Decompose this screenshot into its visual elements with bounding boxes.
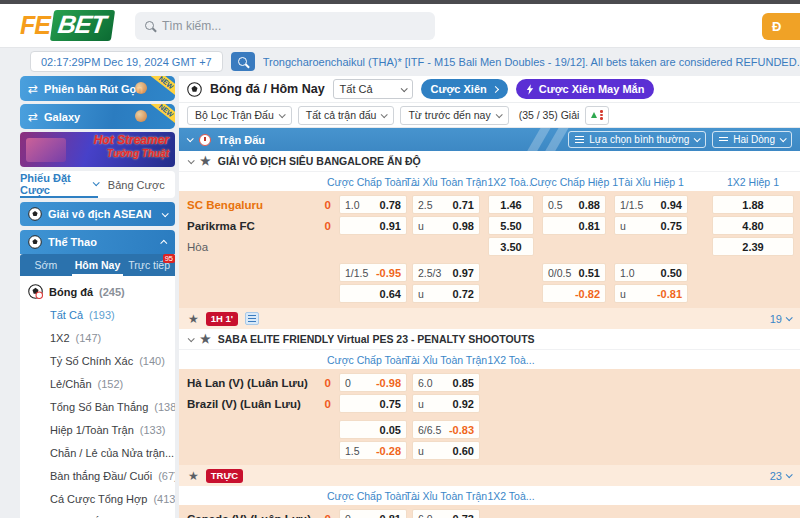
odds-cell[interactable]: u0.75: [614, 216, 688, 235]
search-input[interactable]: Tìm kiếm...: [135, 12, 435, 40]
odds-cell[interactable]: 0.05: [339, 420, 407, 439]
tab-early[interactable]: Sớm: [20, 254, 72, 276]
table-title: Trận Đấu: [218, 134, 265, 146]
swap-icon: ⇄: [28, 82, 38, 96]
row-mode-select[interactable]: Hai Dòng: [712, 131, 792, 148]
parlay-button[interactable]: Cược Xiên: [421, 79, 508, 99]
time-range-dropdown[interactable]: Từ trước đến nay: [400, 106, 508, 125]
odds-cell[interactable]: 00.81: [339, 509, 407, 518]
odds-cell[interactable]: 0/0.50.51: [542, 263, 606, 282]
odds-cell[interactable]: 1.5-0.28: [339, 441, 407, 460]
league-header[interactable]: ★SABA ELITE FRIENDLY Virtual PES 23 - PE…: [179, 329, 800, 350]
chip-label: Tất cả trận đấu: [306, 109, 377, 121]
odds-cell[interactable]: u0.98: [412, 216, 480, 235]
ticker-search-button[interactable]: [231, 52, 255, 71]
odds-value: 0.98: [453, 220, 474, 232]
odds-cell[interactable]: u0.92: [412, 394, 480, 413]
match-filter-dropdown[interactable]: Bộ Lọc Trận Đấu: [187, 106, 292, 125]
sidebar-market-item[interactable]: Chẵn / Lẻ của Nửa trận...(129): [20, 441, 175, 464]
sidebar-market-item[interactable]: Hiệp 1/Toàn Trận(133): [20, 418, 175, 441]
tab-live[interactable]: Trực tiếp 95: [123, 254, 175, 276]
chip-label: Từ trước đến nay: [408, 109, 490, 121]
sidebar-item-galaxy[interactable]: ⇄ Galaxy NEW: [20, 104, 175, 129]
odds-cell[interactable]: u0.72: [412, 284, 480, 303]
market-count-select[interactable]: 19: [770, 313, 791, 325]
odds-value: 0.85: [453, 377, 474, 389]
market-count-select[interactable]: 23: [770, 470, 791, 482]
odds-cell[interactable]: -0.82: [542, 284, 606, 303]
odds-cell[interactable]: 2.50.71: [412, 195, 480, 214]
odds-cell[interactable]: 3.50: [488, 237, 534, 256]
sidebar-market-item[interactable]: Tổng Số Bàn Thắng(138): [20, 395, 175, 418]
sidebar-market-item[interactable]: Cược Thắng(52): [20, 510, 175, 518]
handicap-value: 6.0: [418, 513, 433, 518]
promo-banner[interactable]: Hot Streamer Tưởng Thuật: [20, 132, 175, 167]
favorite-star-icon[interactable]: ★: [188, 313, 199, 325]
sidebar-item-sports[interactable]: Thể Thao: [20, 230, 175, 254]
market-filter-select[interactable]: Tất Cả: [333, 79, 413, 99]
match-row: SC Bengaluru01.00.782.50.711.460.50.881/…: [187, 194, 794, 215]
odds-cell[interactable]: 0.91: [339, 216, 407, 235]
favorite-star-icon[interactable]: ★: [200, 155, 211, 167]
league-header[interactable]: ★GIẢI VÔ ĐỊCH SIÊU BANGALORE ẤN ĐỘ: [179, 151, 800, 172]
planet-decoration: [135, 82, 147, 94]
odds-cell[interactable]: 6.00.85: [412, 373, 480, 392]
odds-cell[interactable]: 4.80: [712, 216, 794, 235]
febet-logo[interactable]: FE BET: [20, 10, 113, 41]
sidebar-item-asean-league[interactable]: Giải vô địch ASEAN: [20, 202, 175, 226]
handicap-value: 2.5: [418, 199, 433, 211]
odds-cell[interactable]: 1.00.78: [339, 195, 407, 214]
odds-cell[interactable]: 0.64: [339, 284, 407, 303]
chevron-down-icon: [786, 471, 793, 478]
sidebar-market-item[interactable]: Lẻ/Chẵn(152): [20, 372, 175, 395]
odds-cell[interactable]: 1/1.5-0.95: [339, 263, 407, 282]
odds-cell[interactable]: 1.88: [712, 195, 794, 214]
odds-cell-empty: [412, 237, 480, 256]
account-button[interactable]: Đ: [762, 13, 800, 40]
odds-cell-empty: [339, 237, 407, 256]
odds-cell[interactable]: 0.81: [542, 216, 606, 235]
odds-cell[interactable]: 1.00.50: [614, 263, 688, 282]
stats-icon[interactable]: [245, 312, 259, 325]
all-matches-dropdown[interactable]: Tất cả trận đấu: [298, 106, 395, 125]
tab-bet-board[interactable]: Bảng Cược: [98, 171, 176, 198]
odds-cell[interactable]: 6.00.73: [412, 509, 480, 518]
odds-cell[interactable]: 1.46: [488, 195, 534, 214]
league-sort-button[interactable]: [585, 106, 609, 125]
sidebar-item-compact-version[interactable]: ⇄ Phiên bản Rút Gọn NEW: [20, 76, 175, 101]
odds-cell[interactable]: u-0.81: [614, 284, 688, 303]
odds-cell[interactable]: u0.60: [412, 441, 480, 460]
sidebar-market-item[interactable]: Bàn thắng Đầu/ Cuối(67): [20, 464, 175, 487]
tab-bet-slip[interactable]: Phiếu Đặt Cược: [20, 171, 98, 198]
odds-column-headers: Cược Chấp Toàn ...Tài Xỉu Toàn Trận1X2 T…: [179, 172, 800, 191]
tab-today[interactable]: Hôm Nay: [72, 254, 124, 276]
market-count: (413): [153, 493, 175, 505]
odds-cell[interactable]: 2.5/30.97: [412, 263, 480, 282]
sidebar-market-item[interactable]: Tất Cả(193): [20, 303, 175, 326]
sidebar-market-item[interactable]: Cá Cược Tổng Hợp(413): [20, 487, 175, 510]
odds-cell[interactable]: 0.50.88: [542, 195, 606, 214]
odds-value: 0.94: [661, 199, 682, 211]
team-column: Canada (V) (Luân Lưu)0: [187, 513, 339, 518]
odds-cell-empty: [542, 237, 606, 256]
market-label: Lẻ/Chẵn: [50, 378, 92, 390]
market-count: (147): [76, 332, 102, 344]
sidebar-market-item[interactable]: Tỷ Số Chính Xác(140): [20, 349, 175, 372]
lucky-parlay-button[interactable]: Cược Xiên May Mắn: [516, 79, 655, 99]
odds-cell[interactable]: 0.75: [339, 394, 407, 413]
sidebar-market-item[interactable]: 1X2(147): [20, 326, 175, 349]
soccer-ball-icon: [28, 207, 42, 221]
chevron-down-icon[interactable]: [187, 135, 194, 142]
odds-cell[interactable]: 0-0.98: [339, 373, 407, 392]
market-label: Hiệp 1/Toàn Trận: [50, 424, 134, 436]
handicap-value: u: [418, 398, 424, 410]
odds-cell[interactable]: 1/1.50.94: [614, 195, 688, 214]
odds-cell[interactable]: 2.39: [712, 237, 794, 256]
view-mode-select[interactable]: Lựa chọn bình thường: [568, 131, 706, 148]
sidebar-item-football[interactable]: Bóng đá (245): [20, 280, 175, 303]
league-name: GIẢI VÔ ĐỊCH SIÊU BANGALORE ẤN ĐỘ: [218, 155, 421, 167]
favorite-star-icon[interactable]: ★: [188, 470, 199, 482]
favorite-star-icon[interactable]: ★: [200, 333, 211, 345]
odds-cell[interactable]: 6/6.5-0.83: [412, 420, 480, 439]
odds-cell[interactable]: 5.50: [488, 216, 534, 235]
